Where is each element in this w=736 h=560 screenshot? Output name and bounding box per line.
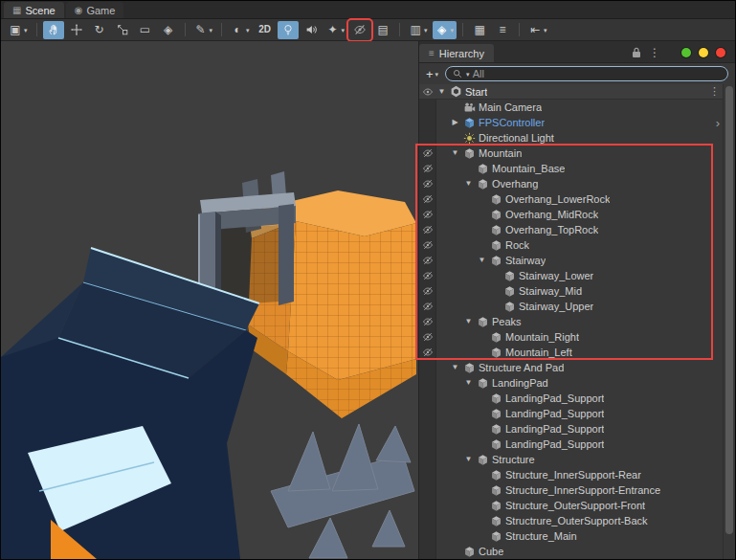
foldout-open-icon[interactable]: ▼	[449, 149, 461, 157]
rect-tool-button[interactable]: ▭	[135, 21, 156, 39]
foldout-open-icon[interactable]: ▼	[462, 180, 475, 188]
scrollbar-thumb[interactable]	[725, 86, 733, 534]
hidden-eye-icon[interactable]	[419, 301, 435, 312]
scene-viewport[interactable]	[1, 41, 419, 559]
draw-mode-dropdown-button[interactable]: ◐▾	[228, 21, 253, 39]
hierarchy-row-overhang[interactable]: ▼Overhang	[419, 176, 735, 191]
hierarchy-row-overhang-lowerrock[interactable]: Overhang_LowerRock	[419, 191, 735, 207]
camera-view-dropdown-button[interactable]: ⇤▾	[525, 21, 550, 39]
hidden-eye-icon[interactable]	[419, 255, 435, 266]
hierarchy-row-landingpad-support[interactable]: LandingPad_Support	[419, 437, 735, 452]
foldout-open-icon[interactable]: ▼	[462, 318, 475, 325]
lock-icon[interactable]	[632, 47, 641, 58]
hidden-eye-icon[interactable]	[419, 209, 435, 220]
hierarchy-row-mountain-base[interactable]: Mountain_Base	[419, 161, 735, 176]
hidden-eye-icon[interactable]	[419, 331, 435, 343]
hierarchy-row-landingpad-support[interactable]: LandingPad_Support	[419, 391, 735, 406]
hierarchy-row-landingpad-support[interactable]: LandingPad_Support	[419, 406, 735, 421]
dropdown-caret-icon: ▾	[451, 27, 455, 34]
hidden-eye-icon[interactable]	[419, 347, 435, 358]
move-tool-button[interactable]	[66, 21, 87, 39]
snap-settings-button-button[interactable]: ≡	[492, 21, 513, 39]
foldout-closed-icon[interactable]: ▶	[449, 119, 461, 126]
hierarchy-row-overhang-toprock[interactable]: Overhang_TopRock	[419, 222, 735, 237]
hierarchy-row-main-camera[interactable]: Main Camera	[419, 100, 735, 115]
search-input[interactable]: ▾ All	[445, 66, 728, 81]
hierarchy-row-cube[interactable]: Cube	[419, 544, 735, 559]
hidden-eye-icon[interactable]	[419, 178, 435, 190]
foldout-open-icon[interactable]: ▼	[476, 257, 488, 264]
object-label: Mountain_Base	[492, 163, 565, 174]
vertical-scrollbar[interactable]	[723, 84, 735, 559]
hidden-eye-icon[interactable]	[419, 224, 435, 235]
dropdown-caret-icon: ▾	[246, 27, 250, 34]
object-label: Overhang_LowerRock	[505, 193, 610, 205]
scene-lighting-toggle-button[interactable]	[278, 21, 299, 39]
hierarchy-row-start[interactable]: ▼Start⋮	[419, 84, 735, 100]
grid-visibility-button-button[interactable]: ▦	[469, 21, 490, 39]
hidden-eye-icon[interactable]	[419, 193, 435, 205]
hierarchy-row-stairway-mid[interactable]: Stairway_Mid	[419, 283, 735, 299]
scene-audio-toggle-button[interactable]	[301, 21, 322, 39]
hierarchy-row-landingpad-support[interactable]: LandingPad_Support	[419, 421, 735, 437]
2d-view-toggle-button[interactable]: 2D	[255, 21, 276, 39]
hierarchy-row-peaks[interactable]: ▼Peaks	[419, 314, 735, 329]
overlays-dropdown-button[interactable]: ▥▾	[406, 21, 431, 39]
indent	[435, 291, 489, 292]
foldout-open-icon[interactable]: ▼	[449, 364, 461, 371]
prefab-open-chevron-icon[interactable]: ›	[716, 117, 720, 129]
hidden-eye-icon[interactable]	[419, 285, 435, 297]
transform-tool-button[interactable]: ◈	[158, 21, 179, 39]
hidden-eye-icon[interactable]	[419, 147, 435, 159]
toolbar-separator	[185, 23, 186, 36]
create-object-button[interactable]: + ▾	[423, 67, 441, 81]
hidden-eye-icon[interactable]	[419, 316, 435, 327]
hierarchy-row-landingpad[interactable]: ▼LandingPad	[419, 375, 735, 391]
component-tools-dropdown-button[interactable]: ◈▾	[433, 21, 457, 39]
hierarchy-row-structure-outersupport-front[interactable]: Structure_OuterSupport-Front	[419, 498, 735, 513]
tab-game[interactable]: ◉Game	[66, 2, 124, 18]
indent	[435, 230, 476, 231]
search-filter-caret-icon[interactable]: ▾	[466, 71, 470, 78]
object-label: Structure_InnerSupport-Rear	[505, 469, 641, 481]
scene-visibility-toggle-button[interactable]	[349, 21, 370, 39]
kebab-menu-icon[interactable]: ⋮	[709, 86, 720, 97]
indent	[435, 184, 462, 185]
indent	[435, 123, 449, 123]
visibility-eye-icon[interactable]	[419, 86, 435, 98]
custom-editor-tools-button[interactable]: ✎▾	[191, 21, 216, 39]
hierarchy-row-stairway-lower[interactable]: Stairway_Lower	[419, 268, 735, 283]
camera-settings-button-button[interactable]: ▤	[372, 21, 393, 39]
panel-menu-kebab-icon[interactable]: ⋮	[649, 47, 660, 58]
hierarchy-row-structure-innersupport-entrance[interactable]: Structure_InnerSupport-Entrance	[419, 482, 735, 498]
hidden-eye-icon[interactable]	[419, 163, 435, 174]
scale-tool-button[interactable]	[112, 21, 133, 39]
hierarchy-row-structure[interactable]: ▼Structure	[419, 452, 735, 467]
foldout-open-icon[interactable]: ▼	[462, 379, 475, 387]
tool-handle-settings-button[interactable]: ▣▾	[6, 21, 31, 39]
hierarchy-row-mountain-left[interactable]: Mountain_Left	[419, 345, 735, 360]
hierarchy-row-directional-light[interactable]: Directional Light	[419, 130, 735, 146]
hidden-eye-icon[interactable]	[419, 270, 435, 281]
view-tool-button[interactable]	[43, 21, 64, 39]
cube-icon	[502, 301, 517, 313]
hidden-eye-icon[interactable]	[419, 239, 435, 251]
hierarchy-row-structure-main[interactable]: Structure_Main	[419, 528, 735, 544]
hierarchy-row-mountain[interactable]: ▼Mountain	[419, 146, 735, 161]
hierarchy-row-rock[interactable]: Rock	[419, 237, 735, 253]
hierarchy-row-structure-and-pad[interactable]: ▼Structure And Pad	[419, 360, 735, 375]
foldout-open-icon[interactable]: ▼	[435, 88, 448, 96]
hierarchy-row-structrure-outersupport-back[interactable]: Structrure_OuterSupport-Back	[419, 513, 735, 528]
rotate-tool-button[interactable]: ↻	[89, 21, 110, 39]
hierarchy-tab[interactable]: ≡ Hierarchy	[419, 44, 494, 62]
hierarchy-row-fpscontroller[interactable]: ▶FPSController›	[419, 115, 735, 130]
foldout-open-icon[interactable]: ▼	[462, 456, 475, 463]
hierarchy-row-mountain-right[interactable]: Mountain_Right	[419, 329, 735, 345]
hierarchy-row-overhang-midrock[interactable]: Overhang_MidRock	[419, 207, 735, 222]
hierarchy-row-stairway[interactable]: ▼Stairway	[419, 253, 735, 268]
hierarchy-row-structure-innersupport-rear[interactable]: Structure_InnerSupport-Rear	[419, 467, 735, 482]
tab-scene[interactable]: ▦Scene	[4, 2, 64, 18]
effects-dropdown-button[interactable]: ✦▾	[323, 21, 348, 39]
indent	[435, 153, 449, 154]
hierarchy-row-stairway-upper[interactable]: Stairway_Upper	[419, 299, 735, 314]
